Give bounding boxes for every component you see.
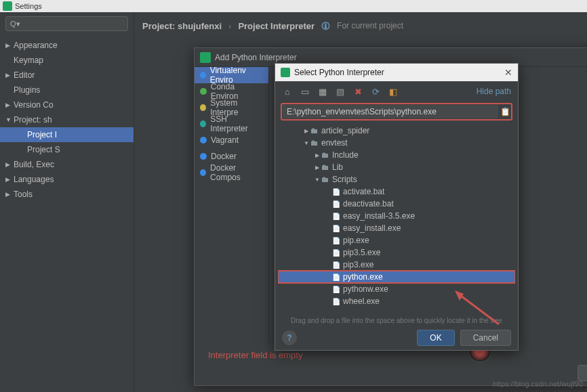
delete-icon[interactable]: ✖ <box>352 86 363 97</box>
close-icon[interactable]: ✕ <box>504 67 512 78</box>
search-icon: Q▾ <box>10 20 20 28</box>
file-row[interactable]: 📄pip.exe <box>278 234 515 246</box>
clipboard-icon[interactable]: 📋 <box>499 107 511 116</box>
chevron-right-icon: › <box>228 21 231 31</box>
desktop-icon[interactable]: ▭ <box>300 86 310 97</box>
main-panel: Project: shujufenxi › Project Interprete… <box>134 12 587 392</box>
env-type-item[interactable]: System Interpre <box>195 100 268 116</box>
folder-icon: 🖿 <box>321 150 329 160</box>
file-name: wheel.exe <box>343 297 380 306</box>
sidebar-item-label: Project: sh <box>14 115 52 125</box>
path-input[interactable] <box>283 105 498 118</box>
folder-row[interactable]: ▶🖿Lib <box>278 161 515 173</box>
sidebar-item[interactable]: Keymap <box>0 53 134 68</box>
add-interpreter-dialog: Add Python Interpreter ✕ Virtualenv Envi… <box>194 47 587 386</box>
dialog-title: Add Python Interpreter <box>215 53 297 62</box>
app-icon <box>3 1 12 11</box>
file-name: article_spider <box>321 126 369 135</box>
file-icon: 📄 <box>332 188 340 196</box>
folder-row[interactable]: ▼🖿Scripts <box>278 173 515 186</box>
env-type-item[interactable]: Conda Environ <box>195 83 268 100</box>
new-folder-icon[interactable]: ▧ <box>335 86 346 97</box>
home-icon[interactable]: ⌂ <box>282 86 293 97</box>
window-titlebar: Settings <box>0 0 587 12</box>
sidebar-item[interactable]: ▶Languages <box>0 172 134 187</box>
file-row[interactable]: 📄easy_install-3.5.exe <box>278 210 515 222</box>
sidebar-item-label: Languages <box>14 175 54 184</box>
env-icon <box>200 72 206 79</box>
ok-button[interactable]: OK <box>417 330 454 346</box>
sidebar-item[interactable]: ▼Project: sh <box>0 112 134 127</box>
folder-row[interactable]: ▼🖿envtest <box>278 137 515 149</box>
search-input[interactable]: Q▾ <box>5 16 128 31</box>
file-name: Scripts <box>332 175 357 184</box>
file-name: deactivate.bat <box>343 199 394 209</box>
help-icon[interactable]: ? <box>282 330 297 345</box>
arrow-icon: ▶ <box>313 165 321 171</box>
ok-button[interactable]: OK <box>578 365 587 381</box>
sidebar-item[interactable]: Project I <box>0 127 134 142</box>
cancel-button[interactable]: Cancel <box>460 330 511 346</box>
arrow-icon: ▶ <box>313 152 321 158</box>
file-row[interactable]: 📄pythonw.exe <box>278 283 515 295</box>
sidebar-item[interactable]: ▶Editor <box>0 68 134 83</box>
file-name: envtest <box>321 138 348 148</box>
env-type-item[interactable]: Docker <box>195 148 268 165</box>
sidebar-item[interactable]: Project S <box>0 142 134 157</box>
window-title: Settings <box>15 2 42 10</box>
arrow-icon: ▶ <box>5 191 14 198</box>
env-icon <box>200 169 206 176</box>
breadcrumb-page: Project Interpreter <box>238 21 315 31</box>
file-row[interactable]: 📄wheel.exe <box>278 295 515 307</box>
drop-hint: Drag and drop a file into the space abov… <box>275 317 518 324</box>
env-type-item[interactable]: Vagrant <box>195 132 268 148</box>
file-row[interactable]: 📄python.exe <box>278 271 515 283</box>
file-chooser-toolbar: ⌂ ▭ ▦ ▧ ✖ ⟳ ◧ Hide path <box>275 81 518 102</box>
pycharm-icon <box>200 52 211 63</box>
sidebar-item[interactable]: ▶Tools <box>0 187 134 202</box>
breadcrumb: Project: shujufenxi › Project Interprete… <box>134 12 587 39</box>
project-icon[interactable]: ▦ <box>317 86 328 97</box>
arrow-icon: ▶ <box>5 102 14 108</box>
file-tree[interactable]: ▶🖿article_spider▼🖿envtest▶🖿Include▶🖿Lib▼… <box>278 125 515 314</box>
folder-row[interactable]: ▶🖿article_spider <box>278 125 515 137</box>
env-icon <box>200 88 207 95</box>
sidebar-item[interactable]: Plugins <box>0 83 134 97</box>
env-icon <box>200 104 206 111</box>
sidebar-item-label: Tools <box>14 190 33 199</box>
file-row[interactable]: 📄easy_install.exe <box>278 222 515 234</box>
folder-icon: 🖿 <box>321 175 329 184</box>
dialog2-titlebar: Select Python Interpreter ✕ <box>275 64 518 81</box>
file-row[interactable]: 📄pip3.exe <box>278 259 515 271</box>
select-interpreter-dialog: Select Python Interpreter ✕ ⌂ ▭ ▦ ▧ ✖ ⟳ … <box>275 63 519 351</box>
file-name: Lib <box>332 162 343 172</box>
env-type-item[interactable]: Virtualenv Enviro <box>195 67 268 83</box>
env-type-item[interactable]: SSH Interpreter <box>195 116 268 132</box>
sidebar-item-label: Build, Exec <box>14 160 54 169</box>
hide-path-link[interactable]: Hide path <box>477 87 511 96</box>
file-name: pythonw.exe <box>343 284 388 294</box>
env-label: Docker <box>211 152 237 161</box>
file-row[interactable]: 📄deactivate.bat <box>278 198 515 210</box>
breadcrumb-project: Project: shujufenxi <box>142 21 222 31</box>
file-row[interactable]: 📄pip3.5.exe <box>278 246 515 259</box>
sidebar-item[interactable]: ▶Appearance <box>0 38 134 53</box>
sidebar-item[interactable]: ▶Build, Exec <box>0 157 134 172</box>
env-type-item[interactable]: Docker Compos <box>195 165 268 181</box>
watermark: https://blog.csdn.net/wujf90 <box>493 380 583 388</box>
arrow-icon: ▼ <box>313 177 321 183</box>
refresh-icon[interactable]: ⟳ <box>370 86 381 97</box>
file-icon: 📄 <box>332 261 340 269</box>
folder-row[interactable]: ▶🖿Include <box>278 149 515 161</box>
file-name: Include <box>332 150 359 160</box>
pycharm-icon <box>281 68 290 77</box>
env-icon <box>200 137 207 144</box>
file-row[interactable]: 📄activate.bat <box>278 186 515 198</box>
file-name: activate.bat <box>343 187 384 196</box>
file-name: python.exe <box>343 272 383 282</box>
arrow-icon: ▶ <box>5 42 14 49</box>
env-label: SSH Interpreter <box>210 114 263 133</box>
show-hidden-icon[interactable]: ◧ <box>388 86 399 97</box>
sidebar-item-label: Project I <box>27 130 57 139</box>
sidebar-item[interactable]: ▶Version Co <box>0 97 134 112</box>
